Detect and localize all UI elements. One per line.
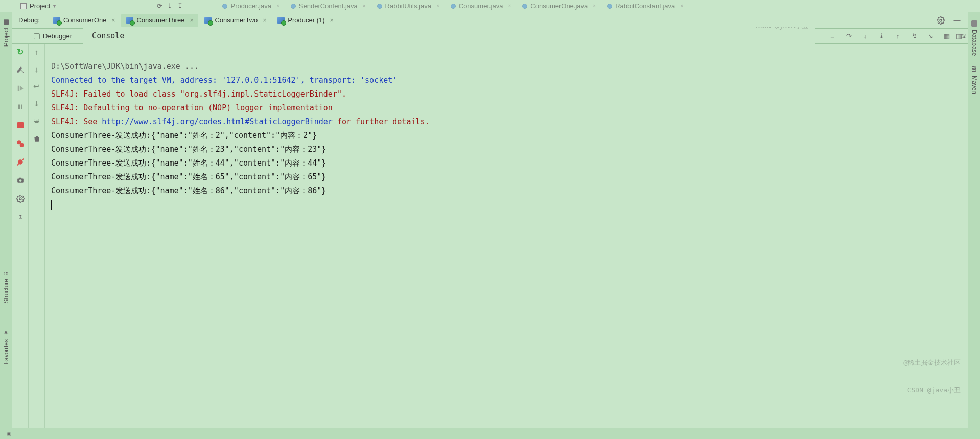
- soft-wrap-icon[interactable]: ↩: [32, 82, 41, 91]
- svg-point-6: [18, 159, 22, 164]
- maven-toolwindow-button[interactable]: m Maven: [970, 66, 978, 94]
- get-thread-dump-icon[interactable]: [16, 176, 25, 185]
- console-icon: [86, 29, 89, 43]
- file-tab[interactable]: RabbitConstant.java×: [602, 0, 688, 12]
- minimize-icon[interactable]: —: [952, 16, 962, 25]
- debug-settings-icon[interactable]: [936, 16, 945, 25]
- close-icon[interactable]: ×: [276, 3, 279, 9]
- debugger-tab[interactable]: Debugger: [31, 30, 75, 42]
- drop-frame-icon[interactable]: ↯: [909, 32, 919, 41]
- close-icon[interactable]: ×: [263, 17, 266, 24]
- debug-label: Debug:: [16, 16, 40, 24]
- : Console: [92, 29, 124, 43]
- console-line: SLF4J: Failed to load class "org.slf4j.i…: [51, 89, 346, 99]
- close-icon[interactable]: ×: [680, 3, 683, 9]
- close-icon[interactable]: ×: [330, 17, 334, 24]
- run-config-icon: [126, 17, 133, 24]
- step-over-icon[interactable]: ↷: [844, 32, 853, 41]
- file-tab[interactable]: ConsumerOne.java×: [517, 0, 601, 12]
- watermark: @稀土掘金技术社区 CSDN @java小丑: [903, 340, 961, 413]
- step-out-icon[interactable]: ↑: [893, 32, 902, 41]
- debugger-icon: [34, 33, 40, 39]
- down-stack-icon[interactable]: ↓: [32, 64, 41, 74]
- editor-file-tabs: Project ▾ ⟳ ⭳ ↧ Producer.java× SenderCon…: [0, 0, 980, 12]
- console-line: ConsumerThree-发送成功:{"name":"姓名：65","cont…: [51, 172, 326, 181]
- run-to-cursor-icon[interactable]: ↘: [926, 32, 935, 41]
- svg-rect-9: [19, 178, 21, 179]
- file-tab[interactable]: RabbitUtils.java×: [372, 0, 445, 12]
- console-line: ConsumerThree-发送成功:{"name":"姓名：23","cont…: [51, 145, 326, 154]
- svg-point-8: [19, 179, 21, 182]
- step-toolbar: ≡ ↷ ↓ ⇣ ↑ ↯ ↘ ▦ ≋: [828, 32, 968, 41]
- tool-window-quick-access-icon[interactable]: ▣: [4, 429, 13, 438]
- java-file-icon: [522, 4, 527, 9]
- svg-point-0: [940, 19, 942, 21]
- run-tab-consumer-one[interactable]: ConsumerOne ×: [48, 14, 121, 27]
- run-tab-consumer-three[interactable]: ConsumerThree ×: [121, 14, 198, 27]
- console-line: SLF4J: See http://www.slf4j.org/codes.ht…: [51, 117, 430, 126]
- svg-rect-1: [17, 86, 18, 91]
- pause-program-icon[interactable]: [16, 102, 25, 111]
- evaluate-expression-icon[interactable]: ▦: [942, 32, 951, 41]
- maven-icon: m: [970, 66, 978, 72]
- layout-settings-icon[interactable]: ▥: [954, 32, 964, 41]
- svg-rect-3: [21, 105, 22, 109]
- project-dropdown[interactable]: Project ▾: [15, 0, 61, 12]
- java-file-icon: [451, 4, 456, 9]
- console-output[interactable]: D:\SoftWare\JDK\bin\java.exe ... Connect…: [45, 44, 968, 428]
- mute-breakpoints-icon[interactable]: [16, 157, 25, 167]
- debug-inner-tabs: Debugger Console@稀土掘金技术社区CSDN @java小丑 ≡ …: [12, 29, 968, 44]
- up-stack-icon[interactable]: ↑: [32, 47, 41, 56]
- chevron-down-icon: ▾: [53, 3, 56, 9]
- database-icon: [971, 20, 977, 27]
- svg-rect-2: [18, 105, 20, 109]
- settings-icon[interactable]: [16, 194, 25, 203]
- close-icon[interactable]: ×: [436, 3, 439, 9]
- project-label: Project: [30, 2, 50, 10]
- force-step-into-icon[interactable]: ⇣: [877, 32, 886, 41]
- file-tab[interactable]: SenderContent.java×: [286, 0, 371, 12]
- structure-toolwindow-button[interactable]: Structure⠿: [3, 271, 10, 304]
- toolbar-icon-3[interactable]: ↧: [175, 2, 184, 11]
- stop-icon[interactable]: [16, 121, 25, 130]
- toolbar-icon-1[interactable]: ⟳: [155, 2, 164, 11]
- close-icon[interactable]: ×: [190, 17, 193, 24]
- close-icon[interactable]: ×: [508, 3, 511, 9]
- console-line: SLF4J: Defaulting to no-operation (NOP) …: [51, 103, 333, 112]
- debug-session-tabs: Debug: ConsumerOne × ConsumerThree × Con…: [12, 12, 968, 29]
- file-tab[interactable]: Consumer.java×: [446, 0, 517, 12]
- run-config-icon: [277, 17, 285, 24]
- clear-all-icon[interactable]: [32, 134, 41, 143]
- svg-point-10: [19, 198, 21, 200]
- rerun-icon[interactable]: ↻: [16, 47, 25, 56]
- toolbar-icon-2[interactable]: ⭳: [165, 2, 174, 11]
- run-tab-producer-1[interactable]: Producer (1) ×: [272, 14, 338, 27]
- run-config-icon: [204, 17, 212, 24]
- file-tab[interactable]: Producer.java×: [217, 0, 284, 12]
- java-file-icon: [377, 4, 382, 9]
- star-icon: ★: [3, 329, 10, 336]
- project-toolwindow-button[interactable]: Project: [3, 19, 10, 47]
- close-icon[interactable]: ×: [111, 17, 115, 24]
- close-icon[interactable]: ×: [363, 3, 366, 9]
- close-icon[interactable]: ×: [593, 3, 596, 9]
- console-tab[interactable]: Console@稀土掘金技术社区CSDN @java小丑: [83, 27, 815, 45]
- console-line: D:\SoftWare\JDK\bin\java.exe ...: [51, 62, 199, 71]
- resume-program-icon[interactable]: [16, 84, 25, 93]
- slf4j-link[interactable]: http://www.slf4j.org/codes.html#StaticLo…: [102, 117, 333, 126]
- console-line: ConsumerThree-发送成功:{"name":"姓名：2","conte…: [51, 131, 317, 140]
- print-icon[interactable]: 🖶: [32, 117, 41, 126]
- console-action-column: ↑ ↓ ↩ ⤓ 🖶: [29, 44, 45, 428]
- svg-point-5: [19, 143, 24, 147]
- debug-action-column: ↻: [12, 44, 29, 428]
- run-tab-consumer-two[interactable]: ConsumerTwo ×: [199, 14, 271, 27]
- favorites-toolwindow-button[interactable]: Favorites★: [3, 329, 10, 364]
- modify-run-config-icon[interactable]: [16, 65, 25, 75]
- database-toolwindow-button[interactable]: Database: [971, 20, 978, 56]
- step-into-icon[interactable]: ↓: [860, 32, 870, 41]
- pin-tab-icon[interactable]: [14, 211, 27, 223]
- view-breakpoints-icon[interactable]: [16, 139, 25, 148]
- java-file-icon: [222, 4, 227, 9]
- show-execution-point-icon[interactable]: ≡: [828, 32, 837, 41]
- scroll-to-end-icon[interactable]: ⤓: [32, 99, 41, 108]
